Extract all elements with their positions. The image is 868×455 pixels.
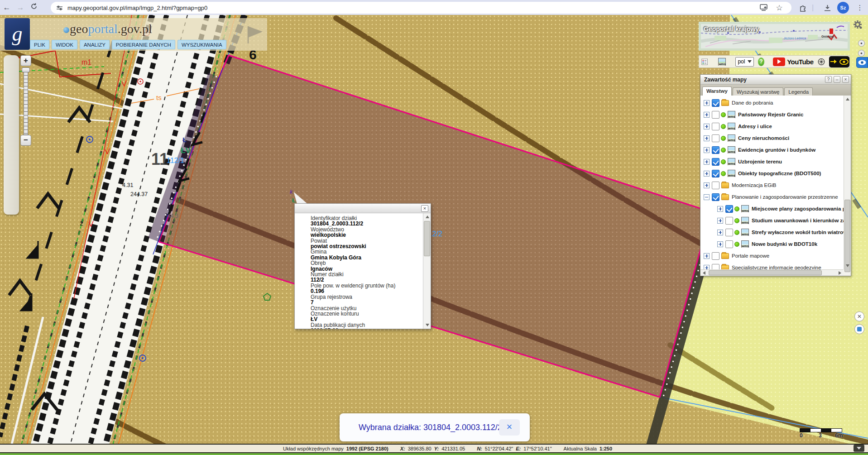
geoportal-logo[interactable]: g	[5, 18, 30, 50]
expand-icon[interactable]	[717, 230, 723, 235]
layer-row-panstwowy-rejestr-granic[interactable]: wms Państwowy Rejestr Granic	[700, 109, 844, 120]
panel-vertical-scrollbar[interactable]	[844, 96, 851, 269]
layer-checkbox[interactable]	[712, 193, 719, 201]
expand-icon[interactable]	[704, 159, 710, 165]
layer-row-uzbrojenie-terenu[interactable]: wms Uzbrojenie terenu	[700, 156, 844, 168]
menu-wyszukiwania[interactable]: WYSZUKIWANIA	[177, 40, 226, 49]
layer-checkbox[interactable]	[725, 240, 733, 248]
expand-icon[interactable]	[704, 124, 710, 129]
layer-row-studium[interactable]: wms Studium uwarunkowań i kierunków zag	[700, 215, 844, 226]
layer-checkbox[interactable]	[712, 123, 719, 130]
youtube-link[interactable]: YouTube	[773, 57, 813, 66]
layer-checkbox[interactable]	[712, 182, 719, 189]
expand-icon[interactable]	[704, 147, 710, 153]
zoom-slider-plus[interactable]: +	[20, 55, 31, 66]
expand-icon[interactable]	[704, 112, 710, 118]
layer-row-strefy-turbin[interactable]: wms Strefy wyłaczone wokół turbin wiatro…	[700, 226, 844, 238]
site-info-icon[interactable]	[56, 5, 63, 11]
tab-warstwy[interactable]: Warstwy	[702, 86, 732, 96]
url-bar[interactable]: mapy.geoportal.gov.pl/imap/Imgp_2.html?g…	[51, 2, 791, 14]
scroll-down-icon[interactable]	[844, 262, 851, 269]
layer-checkbox[interactable]	[712, 111, 719, 119]
tab-legenda[interactable]: Legenda	[784, 87, 813, 96]
browser-menu-icon[interactable]: ⋮	[854, 2, 866, 14]
expand-icon[interactable]	[717, 206, 723, 212]
layer-checkbox[interactable]	[712, 252, 719, 260]
zoom-slider-minus[interactable]: −	[20, 135, 31, 146]
profile-avatar[interactable]: Sz	[837, 2, 849, 14]
close-popups-button[interactable]: ✕	[854, 311, 864, 321]
layer-checkbox[interactable]	[725, 205, 733, 213]
layer-row-ceny-nieruchomosci[interactable]: wms Ceny nieruchomości	[700, 132, 844, 144]
layer-row-adresy-i-ulice[interactable]: wms Adresy i ulice	[700, 120, 844, 132]
visibility-eye-button[interactable]	[856, 57, 868, 68]
panel-close-button[interactable]: ×	[842, 76, 849, 83]
menu-plik[interactable]: PLIK	[30, 40, 49, 49]
scroll-left-icon[interactable]	[700, 269, 708, 277]
layer-row-modernizacja-egib[interactable]: Modernizacja EGiB	[700, 179, 844, 191]
expand-icon[interactable]	[704, 253, 710, 259]
scrollbar-thumb[interactable]	[844, 200, 850, 272]
panel-minimize-button[interactable]: ‒	[834, 76, 840, 83]
menu-pobieranie-danych[interactable]: POBIERANIE DANYCH	[112, 40, 175, 49]
layer-checkbox[interactable]	[712, 134, 719, 142]
expand-icon[interactable]	[704, 135, 710, 141]
toast-close-button[interactable]: ×	[499, 419, 520, 436]
layer-row-nowe-budynki[interactable]: wms Nowe budynki w BDOT10k	[700, 238, 844, 250]
menu-widok[interactable]: WIDOK	[52, 40, 77, 49]
settings-gear-icon[interactable]	[853, 20, 863, 32]
tab-wyszukaj-warstwe[interactable]: Wyszukaj warstwę	[733, 87, 783, 96]
layer-checkbox[interactable]	[712, 264, 719, 270]
scroll-right-icon[interactable]	[836, 269, 844, 277]
layer-row-ewidencja-gruntow[interactable]: wms Ewidencja gruntów i budynków	[700, 144, 844, 156]
menu-analizy[interactable]: ANALIZY	[80, 40, 110, 49]
popup-close-button[interactable]: ×	[421, 205, 428, 212]
popup-scrollbar[interactable]	[423, 213, 431, 329]
legend-icon[interactable]	[701, 57, 708, 66]
scroll-up-icon[interactable]	[844, 96, 851, 103]
expand-icon[interactable]	[704, 182, 710, 188]
expand-icon[interactable]	[717, 241, 723, 247]
bookmark-star-icon[interactable]: ☆	[772, 2, 786, 14]
overview-map[interactable]: Jezioro Lednica Gniezno Geoportal krajow…	[699, 22, 850, 51]
scrollbar-thumb[interactable]	[424, 221, 430, 256]
extensions-icon[interactable]	[796, 2, 810, 14]
layer-checkbox[interactable]	[712, 158, 719, 166]
layer-row-miejscowe-plany[interactable]: wms Miejscowe plany zagospodarowania prz	[700, 203, 844, 215]
accessibility-icon[interactable]	[818, 57, 825, 67]
browser-refresh-icon[interactable]	[27, 3, 41, 12]
panel-collapse-dot-1[interactable]: ●	[858, 40, 865, 47]
layer-row-planowanie[interactable]: Planowanie i zagospodarowanie przestrzen…	[700, 191, 844, 203]
layer-row-specjalistyczne[interactable]: Specjalistyczne informacje geodezyjne	[700, 262, 844, 269]
expand-icon[interactable]	[717, 218, 723, 224]
layer-checkbox[interactable]	[712, 146, 719, 154]
zoom-slider-track[interactable]	[24, 68, 28, 135]
layer-checkbox[interactable]	[712, 99, 719, 107]
layer-checkbox[interactable]	[725, 217, 733, 225]
panel-header[interactable]: Zawartość mapy ? ‒ ×	[700, 75, 851, 85]
scrollbar-thumb[interactable]	[709, 270, 822, 275]
expand-icon[interactable]	[704, 171, 710, 177]
help-button[interactable]: ?	[758, 57, 764, 66]
collapse-icon[interactable]	[704, 194, 710, 200]
layer-row-dane-do-pobrania[interactable]: Dane do pobrania	[700, 97, 844, 109]
install-app-icon[interactable]	[757, 2, 771, 14]
scroll-up-icon[interactable]	[423, 213, 431, 220]
layer-checkbox[interactable]	[725, 229, 733, 236]
wms-services-icon[interactable]: wms	[718, 58, 726, 66]
panel-help-button[interactable]: ?	[825, 76, 832, 83]
popup-header[interactable]: ×	[295, 204, 431, 213]
expand-icon[interactable]	[704, 265, 710, 270]
scroll-down-icon[interactable]	[423, 321, 431, 329]
expand-icon[interactable]	[704, 100, 710, 106]
browser-forward-icon[interactable]: →	[14, 3, 27, 12]
downloads-icon[interactable]	[820, 2, 834, 14]
panel-collapse-dot-2[interactable]: ●	[858, 50, 865, 57]
parcel-info-popup[interactable]: × Identyfikator działki 301804_2.0003.11…	[294, 203, 431, 329]
statusbar-dropdown-icon[interactable]	[854, 445, 864, 452]
layer-row-portale-mapowe[interactable]: Portale mapowe	[700, 250, 844, 262]
language-select[interactable]: pol	[735, 57, 753, 67]
info-mode-button[interactable]	[854, 324, 864, 334]
layer-checkbox[interactable]	[712, 170, 719, 177]
panel-horizontal-scrollbar[interactable]	[700, 269, 844, 276]
